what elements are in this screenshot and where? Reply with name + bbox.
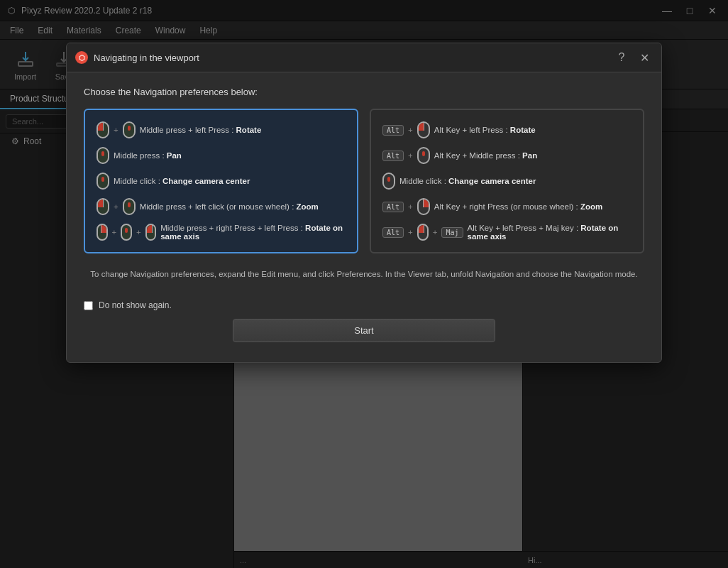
do-not-show-label: Do not show again. <box>99 300 172 310</box>
dialog-close-button[interactable]: ✕ <box>636 49 653 66</box>
nav-row-r1: Alt + Alt Key + left Press : Rotate <box>382 121 632 138</box>
nav-options: + Middle press + left Press : Rotate Mid… <box>84 109 644 253</box>
nav-row-r3: Middle click : Change camera center <box>382 173 632 190</box>
nav-option-left[interactable]: + Middle press + left Press : Rotate Mid… <box>84 109 358 253</box>
dialog-footer: To change Navigation preferences, expand… <box>84 268 644 348</box>
nav-option-right[interactable]: Alt + Alt Key + left Press : Rotate Alt … <box>370 109 644 253</box>
dialog-title-icon: ⬡ <box>75 51 88 64</box>
nav-row-3: Middle click : Change camera center <box>96 173 346 190</box>
dialog-info: To change Navigation preferences, expand… <box>90 268 637 280</box>
dialog-header-btns: ? ✕ <box>613 49 653 66</box>
dialog-title-text: Navigating in the viewport <box>94 53 199 63</box>
nav-row-1: + Middle press + left Press : Rotate <box>96 121 346 138</box>
dialog-overlay: ⬡ Navigating in the viewport ? ✕ Choose … <box>0 0 728 568</box>
dialog-help-button[interactable]: ? <box>613 49 630 66</box>
dialog-subtitle: Choose the Navigation preferences below: <box>84 87 644 97</box>
dialog-body: Choose the Navigation preferences below:… <box>67 72 661 362</box>
nav-row-4: + Middle press + left click (or mouse wh… <box>96 198 346 215</box>
checkbox-row: Do not show again. <box>84 300 644 310</box>
nav-row-5: + + Middle press + right Press + left Pr… <box>96 224 346 241</box>
nav-row-2: Middle press : Pan <box>96 147 346 164</box>
do-not-show-checkbox[interactable] <box>84 301 93 310</box>
nav-row-r2: Alt + Alt Key + Middle press : Pan <box>382 147 632 164</box>
nav-row-r4: Alt + Alt Key + right Press (or mouse wh… <box>382 198 632 215</box>
start-button[interactable]: Start <box>233 319 495 342</box>
dialog-header: ⬡ Navigating in the viewport ? ✕ <box>67 43 661 72</box>
dialog-title: ⬡ Navigating in the viewport <box>75 51 199 64</box>
nav-row-r5: Alt + + Maj Alt Key + left Press + Maj k… <box>382 224 632 241</box>
navigate-dialog: ⬡ Navigating in the viewport ? ✕ Choose … <box>66 43 662 363</box>
